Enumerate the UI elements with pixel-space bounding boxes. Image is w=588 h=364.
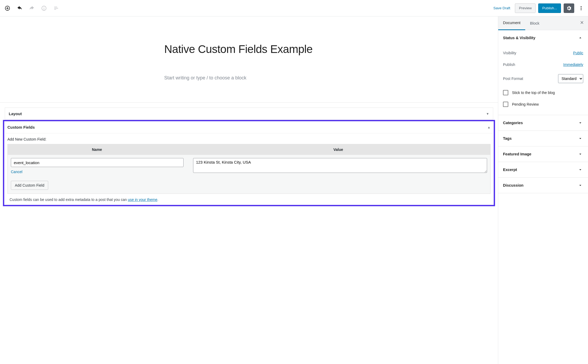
block-placeholder[interactable]: Start writing or type / to choose a bloc…: [164, 75, 334, 81]
visibility-row: Visibility Public: [503, 47, 583, 59]
custom-fields-header[interactable]: Custom Fields ▲: [5, 121, 493, 133]
settings-button[interactable]: [564, 3, 574, 13]
pending-label: Pending Review: [512, 102, 539, 106]
layout-metabox-header[interactable]: Layout ▼: [5, 108, 493, 120]
post-format-row: Post Format Standard: [503, 70, 583, 87]
tab-document[interactable]: Document: [498, 16, 525, 30]
cf-value-header: Value: [186, 144, 490, 155]
visibility-value[interactable]: Public: [573, 51, 583, 55]
triangle-down-icon: ▼: [486, 112, 489, 116]
featured-image-title: Featured Image: [503, 152, 531, 156]
tab-block[interactable]: Block: [525, 16, 544, 30]
gear-icon: [566, 5, 572, 11]
layout-metabox-title: Layout: [9, 111, 22, 116]
cf-help-suffix: .: [157, 197, 158, 202]
undo-button[interactable]: [15, 3, 24, 13]
tags-panel: Tags: [498, 131, 588, 146]
save-draft-button[interactable]: Save Draft: [493, 6, 510, 10]
publish-label: Publish: [503, 62, 515, 67]
cf-cancel-link[interactable]: Cancel: [11, 170, 23, 174]
add-custom-field-label: Add New Custom Field:: [7, 137, 491, 141]
cf-table-head: Name Value: [8, 144, 490, 155]
custom-fields-title: Custom Fields: [7, 125, 35, 129]
layout-metabox: Layout ▼: [5, 107, 493, 120]
tags-title: Tags: [503, 136, 512, 141]
status-visibility-panel: Status & Visibility Visibility Public Pu…: [498, 30, 588, 115]
add-block-button[interactable]: [3, 3, 12, 13]
more-menu-button[interactable]: [577, 3, 585, 13]
preview-button[interactable]: Preview: [515, 3, 536, 13]
cf-name-input[interactable]: [11, 158, 184, 167]
custom-fields-table: Name Value Cancel 123 Kinsta St, Kinsta …: [7, 144, 491, 194]
cf-name-header: Name: [8, 144, 186, 155]
chevron-down-icon: [577, 151, 583, 157]
editor-body: Native Custom Fields Example Start writi…: [0, 16, 588, 364]
discussion-panel: Discussion: [498, 178, 588, 193]
status-visibility-header[interactable]: Status & Visibility: [498, 30, 588, 46]
discussion-title: Discussion: [503, 183, 523, 187]
custom-fields-highlight: Custom Fields ▲ Add New Custom Field: Na…: [3, 120, 495, 206]
publish-value[interactable]: Immediately: [563, 62, 583, 67]
stick-row: Stick to the top of the blog: [503, 87, 583, 98]
categories-header[interactable]: Categories: [498, 115, 588, 131]
chevron-down-icon: [577, 182, 583, 188]
outline-button[interactable]: [51, 3, 61, 13]
cf-help-prefix: Custom fields can be used to add extra m…: [10, 197, 128, 202]
featured-image-panel: Featured Image: [498, 146, 588, 162]
stick-label: Stick to the top of the blog: [512, 91, 555, 95]
post-title-input[interactable]: Native Custom Fields Example: [164, 16, 334, 56]
custom-fields-body: Add New Custom Field: Name Value Cancel: [5, 133, 493, 202]
featured-image-header[interactable]: Featured Image: [498, 146, 588, 162]
cf-value-input[interactable]: 123 Kinsta St, Kinsta City, USA: [193, 158, 487, 173]
close-sidebar-button[interactable]: [580, 20, 584, 26]
editor-header: Save Draft Preview Publish...: [0, 0, 588, 16]
chevron-down-icon: [577, 120, 583, 126]
chevron-down-icon: [577, 136, 583, 141]
discussion-header[interactable]: Discussion: [498, 178, 588, 193]
cf-help-text: Custom fields can be used to add extra m…: [7, 197, 491, 202]
cf-table-row: Cancel 123 Kinsta St, Kinsta City, USA: [8, 155, 490, 177]
publish-row: Publish Immediately: [503, 59, 583, 70]
metaboxes-area: Layout ▼ Custom Fields ▲ Add New Custom …: [0, 102, 498, 206]
add-custom-field-button[interactable]: Add Custom Field: [11, 181, 48, 190]
svg-point-0: [581, 6, 581, 7]
chevron-down-icon: [577, 167, 583, 173]
redo-button: [27, 3, 37, 13]
stick-checkbox[interactable]: [503, 90, 508, 95]
post-format-select[interactable]: Standard: [558, 74, 583, 83]
excerpt-title: Excerpt: [503, 168, 517, 172]
triangle-up-icon: ▲: [487, 125, 491, 129]
pending-checkbox[interactable]: [503, 102, 508, 107]
header-left-tools: [3, 3, 61, 13]
header-right-actions: Save Draft Preview Publish...: [493, 3, 585, 13]
chevron-up-icon: [577, 35, 583, 41]
info-button[interactable]: [39, 3, 49, 13]
visibility-label: Visibility: [503, 51, 516, 55]
categories-title: Categories: [503, 121, 523, 125]
excerpt-header[interactable]: Excerpt: [498, 162, 588, 177]
settings-sidebar: Document Block Status & Visibility Visib…: [498, 16, 588, 364]
excerpt-panel: Excerpt: [498, 162, 588, 178]
custom-fields-metabox: Custom Fields ▲ Add New Custom Field: Na…: [5, 121, 493, 202]
sidebar-tabs: Document Block: [498, 16, 588, 30]
categories-panel: Categories: [498, 115, 588, 131]
cf-help-link[interactable]: use in your theme: [128, 197, 157, 202]
editor-canvas: Native Custom Fields Example Start writi…: [0, 16, 498, 364]
post-format-label: Post Format: [503, 77, 523, 81]
status-visibility-title: Status & Visibility: [503, 36, 535, 40]
tags-header[interactable]: Tags: [498, 131, 588, 146]
svg-point-1: [581, 8, 581, 8]
pending-row: Pending Review: [503, 98, 583, 110]
svg-point-2: [581, 9, 581, 10]
publish-button[interactable]: Publish...: [538, 3, 561, 13]
close-icon: [580, 20, 584, 25]
more-icon: [578, 6, 584, 11]
